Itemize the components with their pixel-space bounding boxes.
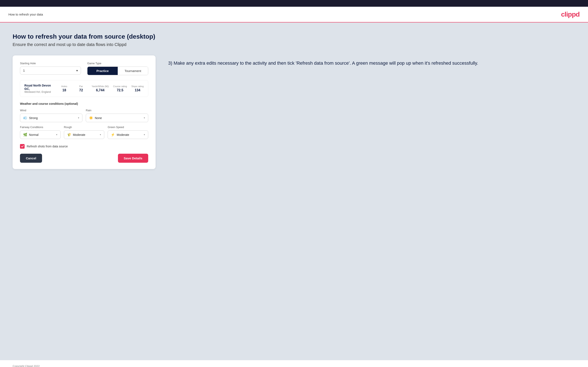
top-bar	[0, 0, 588, 7]
chevron-down-icon: ▾	[144, 133, 145, 136]
green-speed-label: Green Speed	[108, 125, 148, 129]
tournament-button[interactable]: Tournament	[118, 67, 148, 75]
starting-hole-field: Starting Hole 1 ▾	[20, 62, 81, 75]
green-speed-select[interactable]: ⚡ Moderate ▾	[108, 130, 148, 139]
holes-value: 18	[62, 88, 66, 92]
fairway-select[interactable]: 🌿 Normal ▾	[20, 130, 61, 139]
refresh-label: Refresh shots from data source	[27, 145, 68, 148]
yards-stat: Yards/White (M)) 6,744	[92, 85, 109, 92]
side-text-content: 3) Make any extra edits necessary to the…	[168, 60, 575, 67]
rough-field: Rough 🌾 Moderate ▾	[64, 125, 104, 139]
refresh-row: Refresh shots from data source	[20, 144, 148, 149]
chevron-down-icon: ▾	[100, 133, 101, 136]
holes-label: Holes	[58, 85, 71, 88]
save-button[interactable]: Save Details	[118, 154, 148, 163]
starting-hole-select[interactable]: 1 ▾	[20, 67, 81, 75]
main-content: How to refresh your data from source (de…	[0, 23, 588, 360]
conditions-title: Weather and course conditions (optional)	[20, 102, 148, 105]
game-type-toggle: Practice Tournament	[87, 67, 148, 75]
rough-select[interactable]: 🌾 Moderate ▾	[64, 130, 104, 139]
course-name-col: Royal North Devon GC, Westward Ho!, Engl…	[24, 84, 54, 93]
rough-label: Rough	[64, 125, 104, 129]
fairway-value: Normal	[29, 133, 54, 136]
starting-hole-label: Starting Hole	[20, 62, 81, 65]
rough-icon: 🌾	[67, 133, 71, 137]
rough-value: Moderate	[73, 133, 98, 136]
chevron-down-icon: ▾	[78, 117, 79, 119]
chevron-down-icon: ▾	[56, 133, 57, 136]
course-rating-label: Course rating	[113, 85, 127, 88]
course-info-box: Royal North Devon GC, Westward Ho!, Engl…	[20, 80, 148, 97]
course-rating-value: 72.5	[117, 88, 123, 92]
wind-select[interactable]: 💨 Strong ▾	[20, 114, 82, 122]
yards-value: 6,744	[96, 88, 104, 92]
wind-rain-grid: Wind 💨 Strong ▾ Rain ☀️ None ▾	[20, 109, 148, 122]
yards-label: Yards/White (M))	[92, 85, 109, 88]
rain-select[interactable]: ☀️ None ▾	[86, 114, 148, 122]
wind-icon: 💨	[23, 116, 27, 120]
green-speed-value: Moderate	[117, 133, 142, 136]
slope-rating-label: Slope rating	[131, 85, 144, 88]
cancel-button[interactable]: Cancel	[20, 154, 42, 163]
refresh-checkbox[interactable]	[20, 144, 25, 149]
rain-icon: ☀️	[89, 116, 93, 120]
par-stat: Par 72	[75, 85, 87, 92]
form-card: Starting Hole 1 ▾ Game Type Practice Tou…	[13, 55, 156, 169]
wind-value: Strong	[29, 116, 76, 120]
header-title: How to refresh your data	[9, 13, 43, 16]
wind-field: Wind 💨 Strong ▾	[20, 109, 82, 122]
header: How to refresh your data clippd	[0, 7, 588, 23]
page-subheading: Ensure the correct and most up to date d…	[13, 42, 575, 47]
par-label: Par	[75, 85, 87, 88]
fairway-label: Fairway Conditions	[20, 125, 61, 129]
chevron-down-icon: ▾	[144, 117, 145, 119]
starting-hole-value: 1	[23, 69, 25, 72]
rain-value: None	[95, 116, 142, 120]
footer: Copyright Clippd 2022	[0, 360, 588, 367]
side-text-panel: 3) Make any extra edits necessary to the…	[168, 55, 575, 67]
holes-stat: Holes 18	[58, 85, 71, 92]
game-type-label: Game Type	[87, 62, 148, 65]
course-name: Royal North Devon GC,	[24, 84, 54, 91]
slope-rating-value: 134	[135, 88, 140, 92]
game-type-field: Game Type Practice Tournament	[87, 62, 148, 75]
course-location: Westward Ho!, England	[24, 91, 54, 93]
wind-label: Wind	[20, 109, 82, 112]
rain-field: Rain ☀️ None ▾	[86, 109, 148, 122]
content-row: Starting Hole 1 ▾ Game Type Practice Tou…	[13, 55, 575, 169]
slope-rating-stat: Slope rating 134	[131, 85, 144, 92]
footer-text: Copyright Clippd 2022	[13, 365, 40, 367]
rain-label: Rain	[86, 109, 148, 112]
fairway-field: Fairway Conditions 🌿 Normal ▾	[20, 125, 61, 139]
page-heading: How to refresh your data from source (de…	[13, 33, 575, 40]
par-value: 72	[79, 88, 83, 92]
green-speed-field: Green Speed ⚡ Moderate ▾	[108, 125, 148, 139]
green-speed-icon: ⚡	[111, 133, 115, 137]
course-rating-stat: Course rating 72.5	[113, 85, 127, 92]
fairway-icon: 🌿	[23, 133, 27, 137]
practice-button[interactable]: Practice	[87, 67, 118, 75]
chevron-down-icon: ▾	[76, 69, 78, 72]
conditions-grid-3: Fairway Conditions 🌿 Normal ▾ Rough 🌾 Mo…	[20, 125, 148, 139]
logo: clippd	[561, 10, 579, 18]
top-fields: Starting Hole 1 ▾ Game Type Practice Tou…	[20, 62, 148, 75]
button-row: Cancel Save Details	[20, 154, 148, 163]
